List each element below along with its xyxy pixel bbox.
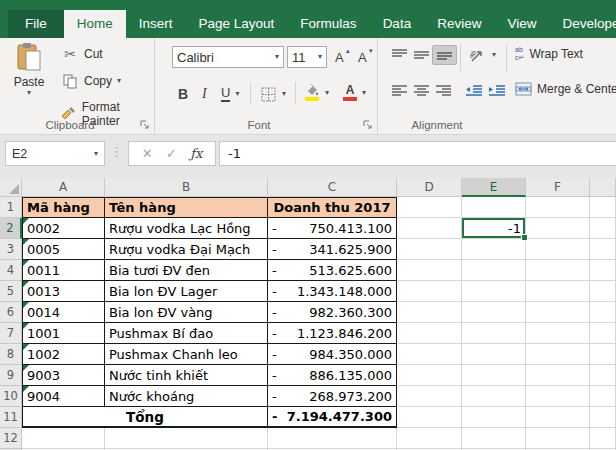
cell-G12[interactable] [590,428,616,449]
cell-D7[interactable] [397,323,462,344]
cell-D6[interactable] [397,302,462,323]
cell-C1[interactable]: Doanh thu 2017 [268,197,397,218]
merge-center-button[interactable]: Merge & Center [512,80,616,98]
paste-dropdown-icon[interactable]: ▾ [27,89,31,97]
underline-dropdown-icon[interactable]: ▾ [235,90,239,98]
row-header-2[interactable]: 2 [0,218,22,239]
clipboard-dialog-launcher-icon[interactable] [140,120,150,130]
cell-G6[interactable] [590,302,616,323]
cell-C6[interactable]: -982.360.300 [268,302,397,323]
cell-E3[interactable] [462,239,526,260]
cell-B6[interactable]: Bia lon ĐV vàng [105,302,268,323]
cell-B10[interactable]: Nước khoáng [105,386,268,407]
wrap-text-button[interactable]: ab c↵ Wrap Text [512,44,586,63]
orientation-dropdown-icon[interactable]: ▾ [492,51,496,59]
cut-button[interactable]: ✂ Cut [58,44,154,64]
font-name-dropdown-icon[interactable]: ▾ [275,53,279,61]
name-box-dropdown-icon[interactable]: ▾ [94,150,98,158]
cell-F11[interactable] [526,407,590,428]
cell-C11[interactable]: -7.194.477.300 [268,407,397,428]
tab-formulas[interactable]: Formulas [287,10,369,38]
cell-D2[interactable] [397,218,462,239]
increase-indent-button[interactable] [485,82,509,100]
cell-B1[interactable]: Tên hàng [105,197,268,218]
row-header-3[interactable]: 3 [0,239,22,260]
font-color-button[interactable]: A ▾ [340,82,369,103]
cell-F12[interactable] [526,428,590,449]
cell-B4[interactable]: Bia tươi ĐV đen [105,260,268,281]
italic-button[interactable]: I [199,84,210,104]
tab-data[interactable]: Data [370,10,425,38]
cell-G1[interactable] [590,197,616,218]
align-center-button[interactable] [410,82,433,100]
underline-button[interactable]: U ▾ [218,84,242,104]
cell-B8[interactable]: Pushmax Chanh leo [105,344,268,365]
cell-E4[interactable] [462,260,526,281]
cell-D1[interactable] [397,197,462,218]
cell-A3[interactable]: 0005 [22,239,105,260]
tab-page-layout[interactable]: Page Layout [186,10,288,38]
borders-dropdown-icon[interactable]: ▾ [282,90,286,98]
column-header-partial[interactable] [590,178,616,197]
middle-align-button[interactable] [410,46,433,64]
cell-E1[interactable] [462,197,526,218]
bottom-align-button[interactable] [432,45,457,65]
cell-E9[interactable] [462,365,526,386]
row-header-1[interactable]: 1 [0,197,22,218]
cell-F9[interactable] [526,365,590,386]
row-header-12[interactable]: 12 [0,428,22,449]
cell-G3[interactable] [590,239,616,260]
cell-A5[interactable]: 0013 [22,281,105,302]
cell-E7[interactable] [462,323,526,344]
tab-review[interactable]: Review [424,10,494,38]
cell-B12[interactable] [105,428,268,449]
cell-F8[interactable] [526,344,590,365]
bold-button[interactable]: B [175,84,191,104]
cell-B5[interactable]: Bia lon ĐV Lager [105,281,268,302]
copy-dropdown-icon[interactable]: ▾ [117,77,121,85]
cell-C4[interactable]: -513.625.600 [268,260,397,281]
cell-F6[interactable] [526,302,590,323]
cell-G8[interactable] [590,344,616,365]
column-header-F[interactable]: F [526,178,590,197]
column-header-D[interactable]: D [397,178,462,197]
font-name-combobox[interactable]: Calibri ▾ [172,46,284,68]
cell-A6[interactable]: 0014 [22,302,105,323]
cell-E12[interactable] [462,428,526,449]
row-header-5[interactable]: 5 [0,281,22,302]
orientation-button[interactable]: ab ▾ [466,45,499,65]
cell-A8[interactable]: 1002 [22,344,105,365]
cell-C12[interactable] [268,428,397,449]
cell-A4[interactable]: 0011 [22,260,105,281]
align-left-button[interactable] [388,82,411,100]
formula-bar-drag-handle[interactable]: ⋮ [110,144,123,159]
cell-F10[interactable] [526,386,590,407]
cell-A12[interactable] [22,428,105,449]
cell-G7[interactable] [590,323,616,344]
cell-A10[interactable]: 9004 [22,386,105,407]
cell-E5[interactable] [462,281,526,302]
cell-D8[interactable] [397,344,462,365]
cell-C2[interactable]: -750.413.100 [268,218,397,239]
tab-developer[interactable]: Developer [549,10,616,38]
cell-D5[interactable] [397,281,462,302]
cell-C5[interactable]: -1.343.148.000 [268,281,397,302]
fill-color-button[interactable]: ▾ [301,82,332,103]
cell-D10[interactable] [397,386,462,407]
cell-A7[interactable]: 1001 [22,323,105,344]
tab-file[interactable]: File [8,10,64,38]
cell-D4[interactable] [397,260,462,281]
cell-E8[interactable] [462,344,526,365]
tab-insert[interactable]: Insert [126,10,186,38]
cell-G10[interactable] [590,386,616,407]
cell-G5[interactable] [590,281,616,302]
column-header-B[interactable]: B [105,178,268,197]
insert-function-icon[interactable]: ƒx [190,146,202,161]
cell-E2[interactable]: -1 [462,218,526,239]
column-header-E[interactable]: E [462,178,526,197]
cell-G2[interactable] [590,218,616,239]
column-header-A[interactable]: A [22,178,105,197]
font-dialog-launcher-icon[interactable] [363,120,373,130]
grow-font-button[interactable]: A [332,48,347,67]
cell-A1[interactable]: Mã hàng [22,197,105,218]
